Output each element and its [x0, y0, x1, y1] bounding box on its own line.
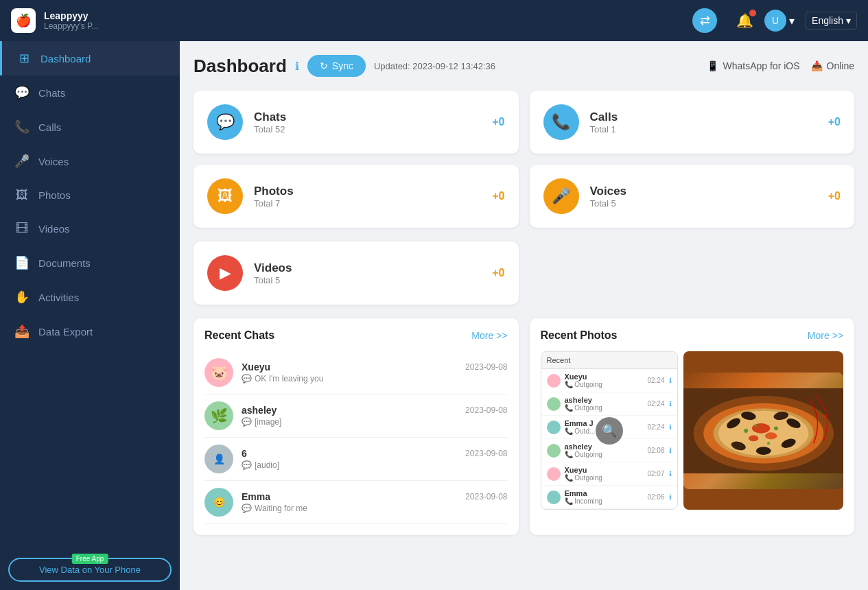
sidebar-item-chats[interactable]: 💬 Chats: [0, 75, 180, 110]
voices-stat-delta: +0: [828, 190, 841, 202]
sidebar-label-activities: Activities: [38, 292, 79, 303]
status-badge: Online: [827, 60, 854, 71]
chats-stat-total: Total 52: [254, 124, 286, 134]
svg-point-17: [774, 426, 778, 430]
lang-chevron-icon: ▾: [846, 15, 851, 26]
svg-point-13: [764, 432, 777, 439]
chat-preview: 💬 [image]: [242, 417, 508, 427]
sidebar-label-data-export: Data Export: [38, 326, 93, 338]
row-avatar: [547, 374, 561, 388]
stats-card-videos-wrapper: ▶ Videos Total 5 +0: [193, 241, 519, 305]
sidebar-bottom: Free App View Data on Your Phone: [0, 550, 180, 590]
sidebar-item-voices[interactable]: 🎤 Voices: [0, 144, 180, 178]
app-info: Leappyyy Leappyyy's P...: [44, 10, 684, 31]
chevron-down-icon: ▾: [789, 14, 795, 27]
recent-photos-header: Recent Photos More >>: [541, 329, 844, 342]
page-title: Dashboard: [193, 56, 287, 77]
row-sub: 📞 Outgoing: [565, 381, 644, 388]
photos-stat-info: Photos Total 7: [254, 185, 294, 209]
videos-stat-info: Videos Total 5: [254, 261, 292, 285]
recent-photos-more[interactable]: More >>: [808, 330, 843, 341]
stats-card-voices[interactable]: 🎤 Voices Total 5 +0: [530, 165, 855, 228]
data-export-icon: 📤: [14, 324, 30, 339]
chat-item[interactable]: 👤 6 2023-09-08 💬 [audio]: [204, 438, 508, 481]
chats-stat-delta: +0: [492, 116, 504, 128]
message-icon: 💬: [242, 417, 252, 427]
platform-name: 📱 WhatsApp for iOS: [707, 60, 799, 71]
row-avatar: [547, 397, 561, 411]
chat-avatar-emma: 😊: [204, 488, 233, 517]
row-time: 02:06: [647, 493, 664, 501]
chat-info-6: 6 2023-09-08 💬 [audio]: [242, 448, 508, 470]
chat-item[interactable]: 🌿 asheley 2023-09-08 💬 [image]: [204, 394, 508, 438]
sidebar-item-activities[interactable]: ✋ Activities: [0, 280, 180, 314]
row-name: Xueyu: [565, 466, 644, 474]
updated-text: Updated: 2023-09-12 13:42:36: [374, 61, 495, 71]
food-photo[interactable]: [683, 351, 844, 510]
chat-item[interactable]: 😊 Emma 2023-09-08 💬 Waiting for me: [204, 481, 508, 524]
voices-icon: 🎤: [14, 154, 30, 169]
calls-stat-icon: 📞: [543, 104, 579, 140]
info-icon[interactable]: ℹ: [295, 60, 299, 73]
language-selector[interactable]: English ▾: [806, 12, 857, 30]
app-header: 🍎 Leappyyy Leappyyy's P... ⇄ 🔔 U ▾ Engli…: [0, 0, 868, 41]
videos-stat-label: Videos: [254, 261, 292, 275]
row-time: 02:24: [647, 377, 664, 384]
header-right: 🔔 U ▾ English ▾: [736, 10, 857, 32]
sidebar-item-videos[interactable]: 🎞 Videos: [0, 212, 180, 246]
sidebar-label-calls: Calls: [38, 121, 61, 133]
whatsapp-icon: 📱: [707, 60, 718, 71]
calls-stat-total: Total 1: [590, 124, 618, 134]
sidebar-item-dashboard[interactable]: ⊞ Dashboard: [0, 41, 180, 75]
stats-card-chats[interactable]: 💬 Chats Total 52 +0: [193, 91, 519, 154]
videos-icon: 🎞: [14, 222, 30, 236]
transfer-icon[interactable]: ⇄: [692, 8, 717, 33]
calls-stat-delta: +0: [828, 116, 841, 128]
chat-info-asheley: asheley 2023-09-08 💬 [image]: [242, 405, 508, 427]
bell-badge: [749, 10, 756, 16]
sidebar-item-documents[interactable]: 📄 Documents: [0, 246, 180, 280]
stats-card-calls[interactable]: 📞 Calls Total 1 +0: [530, 91, 855, 154]
sync-label: Sync: [332, 60, 353, 71]
sidebar-item-data-export[interactable]: 📤 Data Export: [0, 314, 180, 349]
videos-stat-delta: +0: [492, 267, 504, 279]
chat-date: 2023-09-08: [465, 492, 507, 502]
notification-bell[interactable]: 🔔: [736, 12, 753, 29]
photos-stat-icon: 🖼: [207, 178, 243, 214]
chat-info-emma: Emma 2023-09-08 💬 Waiting for me: [242, 491, 508, 513]
row-sub: 📞 Outgoing: [565, 451, 644, 458]
sidebar-label-dashboard: Dashboard: [40, 53, 91, 64]
chat-date: 2023-09-08: [465, 405, 507, 415]
stats-card-photos[interactable]: 🖼 Photos Total 7 +0: [193, 165, 519, 228]
message-icon: 💬: [242, 460, 252, 470]
svg-point-14: [748, 435, 758, 441]
row-avatar: [547, 467, 561, 481]
documents-icon: 📄: [14, 255, 30, 270]
recent-chats-header: Recent Chats More >>: [204, 329, 508, 342]
sidebar-item-photos[interactable]: 🖼 Photos: [0, 178, 180, 212]
main-content: Dashboard ℹ ↻ Sync Updated: 2023-09-12 1…: [180, 41, 868, 590]
chat-preview: 💬 OK I'm leaving you: [242, 374, 508, 384]
sync-button[interactable]: ↻ Sync: [307, 55, 366, 77]
chat-item[interactable]: 🐷 Xueyu 2023-09-08 💬 OK I'm leaving you: [204, 351, 508, 394]
svg-point-12: [751, 423, 769, 434]
chat-avatar-asheley: 🌿: [204, 401, 233, 430]
user-avatar-button[interactable]: U ▾: [764, 10, 795, 32]
chat-date: 2023-09-08: [465, 362, 507, 372]
main-layout: ⊞ Dashboard 💬 Chats 📞 Calls 🎤 Voices 🖼 P…: [0, 41, 868, 590]
svg-point-18: [766, 442, 769, 445]
row-name: Emma: [565, 489, 644, 497]
status-item: 📥 Online: [811, 60, 854, 71]
screenshot-row: Xueyu 📞 Outgoing 02:07 ℹ: [541, 462, 677, 486]
recent-chats-more[interactable]: More >>: [471, 330, 507, 341]
row-sub: 📞 Outgoing: [565, 474, 644, 482]
photos-stat-label: Photos: [254, 185, 294, 198]
stats-card-videos[interactable]: ▶ Videos Total 5 +0: [193, 241, 519, 305]
row-name: asheley: [565, 396, 644, 404]
row-sub: 📞 Outgoing: [565, 404, 644, 412]
magnify-glass-icon: 🔍: [596, 417, 623, 445]
sidebar-label-chats: Chats: [38, 87, 65, 99]
screenshot-row: asheley 📞 Outgoing 02:24 ℹ: [541, 392, 677, 416]
chat-screenshot[interactable]: Recent Xueyu 📞 Outgoing 02:24 ℹ: [541, 351, 678, 510]
sidebar-item-calls[interactable]: 📞 Calls: [0, 110, 180, 144]
